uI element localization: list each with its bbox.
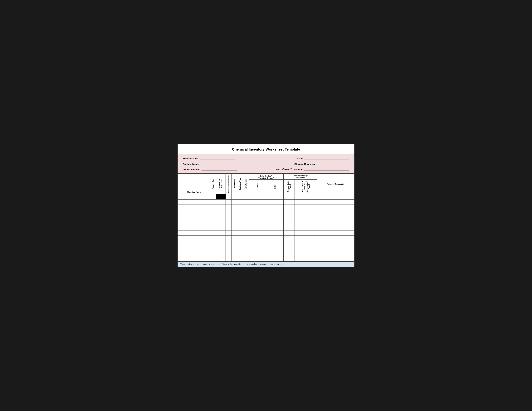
- header-row-1: School Name Date: [183, 157, 349, 160]
- cell-total-amount[interactable]: [231, 194, 237, 200]
- school-name-group: School Name: [183, 157, 235, 160]
- storage-room-field[interactable]: [317, 162, 349, 165]
- table-row: [178, 236, 354, 241]
- col-total-amount: Total Amount: [231, 174, 237, 194]
- date-field[interactable]: [304, 157, 349, 160]
- table-row: [178, 231, 354, 236]
- page-title: Chemical Inventory Worksheet Template: [181, 147, 351, 151]
- table-row: [178, 251, 354, 256]
- cell-receipt-date[interactable]: [210, 194, 216, 200]
- contact-name-field[interactable]: [200, 162, 236, 165]
- col-ghs-chemical: GHS ChemicalHazardsClassification5Page 3: [295, 179, 317, 194]
- msds-label: MSDS1/SDS2,3 Location: [276, 168, 303, 171]
- table-row: [178, 215, 354, 220]
- cell-manufacturer[interactable]: [243, 194, 249, 200]
- col-color: Color: [266, 179, 284, 194]
- contact-name-group: Contact Name: [183, 162, 236, 165]
- col-chemical-name: Chemical Name: [178, 174, 210, 194]
- table-row: [178, 205, 354, 210]
- col-location: Location: [249, 179, 266, 194]
- school-name-label: School Name: [183, 157, 198, 160]
- table-row: [178, 210, 354, 215]
- header-row-2: Contact Name Storage Room No.: [183, 162, 349, 165]
- cell-expiration-date: [216, 194, 226, 200]
- col-expiration-date: Expiration Date(Per Label): [216, 174, 226, 194]
- phone-number-label: Phone Number: [183, 168, 200, 171]
- col-num-containers: Number of Containers: [226, 174, 231, 194]
- cell-location[interactable]: [249, 194, 266, 200]
- table-row: [178, 241, 354, 246]
- msds-sup: 1: [283, 168, 284, 170]
- table-row: [178, 256, 354, 262]
- header-fields: School Name Date Contact Name Storage Ro…: [178, 154, 354, 174]
- col-storage-code: Storage CodePage 2: [284, 179, 295, 194]
- cell-notes[interactable]: [317, 194, 354, 200]
- worksheet-container: Chemical Inventory Worksheet Template Sc…: [177, 144, 355, 267]
- cell-container-type[interactable]: [237, 194, 243, 200]
- table-header-row-1: Chemical Name Receipt Date Expiration Da…: [178, 174, 354, 179]
- date-label: Date: [297, 157, 303, 160]
- storage-room-label: Storage Room No.: [294, 163, 315, 165]
- cell-storage-code[interactable]: [284, 194, 295, 200]
- storage-room-group: Storage Room No.: [294, 162, 349, 165]
- col-chemical-storage-group: Chemical StoragePer Flinn**: [284, 174, 317, 179]
- footer-note-text: There are two chemical storage systems *…: [180, 263, 284, 265]
- phone-number-group: Phone Number: [183, 168, 237, 171]
- col-container-type: Container Type: [237, 174, 243, 194]
- contact-name-label: Contact Name: [183, 163, 199, 165]
- table-row: [178, 200, 354, 205]
- header-row-3: Phone Number MSDS1/SDS2,3 Location: [183, 168, 349, 171]
- cell-num-containers[interactable]: [226, 194, 231, 200]
- table-body: [178, 194, 354, 262]
- table-row: [178, 194, 354, 200]
- msds-location-field[interactable]: [304, 168, 349, 171]
- table-row: [178, 246, 354, 251]
- cell-chemical-name[interactable]: [178, 194, 210, 200]
- msds-location-group: MSDS1/SDS2,3 Location: [276, 168, 350, 171]
- footer-note: There are two chemical storage systems *…: [178, 262, 354, 267]
- sds-sup: 2,3: [290, 168, 292, 170]
- date-group: Date: [297, 157, 349, 160]
- col-receipt-date: Receipt Date: [210, 174, 216, 194]
- cell-color[interactable]: [266, 194, 284, 200]
- school-name-field[interactable]: [200, 157, 235, 160]
- table-row: [178, 220, 354, 225]
- phone-number-field[interactable]: [201, 168, 237, 171]
- col-notes: Notes or Comments: [317, 174, 354, 194]
- cell-ghs[interactable]: [295, 194, 317, 200]
- col-color-coding-group: Color Coding4Chemical Storage*: [249, 174, 284, 179]
- col-manufacturer: Manufacturer: [243, 174, 249, 194]
- title-section: Chemical Inventory Worksheet Template: [178, 144, 354, 154]
- inventory-table: Chemical Name Receipt Date Expiration Da…: [178, 174, 354, 262]
- table-row: [178, 225, 354, 231]
